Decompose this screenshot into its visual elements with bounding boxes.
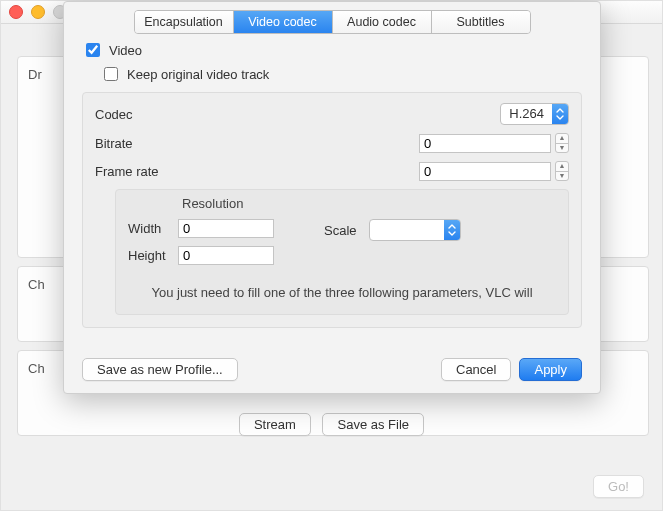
codec-settings-box: Codec H.264 Bitrate ▲ ▼ bbox=[82, 92, 582, 328]
tab-encapsulation[interactable]: Encapsulation bbox=[135, 11, 234, 33]
window-root: Convert & Stream Dr Ch Ch Stream Save as… bbox=[0, 0, 663, 511]
tabs: Encapsulation Video codec Audio codec Su… bbox=[134, 10, 531, 34]
video-checkbox-row[interactable]: Video bbox=[82, 40, 586, 60]
frame-rate-stepper[interactable]: ▲ ▼ bbox=[555, 161, 569, 181]
keep-original-checkbox[interactable] bbox=[104, 67, 118, 81]
video-checkbox[interactable] bbox=[86, 43, 100, 57]
traffic-lights bbox=[9, 5, 67, 19]
chevron-down-icon[interactable]: ▼ bbox=[556, 144, 568, 153]
height-input[interactable] bbox=[178, 246, 274, 265]
frame-rate-label: Frame rate bbox=[95, 164, 185, 179]
frame-rate-input[interactable] bbox=[419, 162, 551, 181]
scale-value bbox=[370, 220, 444, 240]
minimize-icon[interactable] bbox=[31, 5, 45, 19]
bitrate-stepper[interactable]: ▲ ▼ bbox=[555, 133, 569, 153]
bg-box-1-label: Dr bbox=[28, 67, 42, 82]
chevron-up-icon[interactable]: ▲ bbox=[556, 134, 568, 144]
chevron-updown-icon bbox=[444, 220, 460, 240]
bg-box-3-label: Ch bbox=[28, 361, 45, 376]
chevron-updown-icon bbox=[552, 104, 568, 124]
apply-button[interactable]: Apply bbox=[519, 358, 582, 381]
bitrate-row: Bitrate ▲ ▼ bbox=[95, 133, 569, 153]
bitrate-label: Bitrate bbox=[95, 136, 185, 151]
tab-video-codec[interactable]: Video codec bbox=[234, 11, 333, 33]
cancel-button[interactable]: Cancel bbox=[441, 358, 511, 381]
codec-label: Codec bbox=[95, 107, 185, 122]
bitrate-input[interactable] bbox=[419, 134, 551, 153]
resolution-hint: You just need to fill one of the three f… bbox=[128, 285, 556, 300]
width-row: Width bbox=[128, 219, 274, 238]
codec-row: Codec H.264 bbox=[95, 103, 569, 125]
resolution-title: Resolution bbox=[182, 196, 556, 211]
save-as-file-button[interactable]: Save as File bbox=[322, 413, 424, 436]
keep-original-label: Keep original video track bbox=[127, 67, 269, 82]
close-icon[interactable] bbox=[9, 5, 23, 19]
resolution-box: Resolution Width Height bbox=[115, 189, 569, 315]
stream-button[interactable]: Stream bbox=[239, 413, 311, 436]
tab-subtitles[interactable]: Subtitles bbox=[432, 11, 530, 33]
scale-row: Scale bbox=[324, 219, 461, 241]
sheet-footer: Save as new Profile... Cancel Apply bbox=[78, 358, 586, 381]
background-buttons: Stream Save as File bbox=[1, 413, 662, 436]
video-codec-panel: Video Keep original video track Codec H.… bbox=[78, 40, 586, 328]
scale-label: Scale bbox=[324, 223, 369, 238]
width-input[interactable] bbox=[178, 219, 274, 238]
go-button: Go! bbox=[593, 475, 644, 498]
frame-rate-row: Frame rate ▲ ▼ bbox=[95, 161, 569, 181]
chevron-up-icon[interactable]: ▲ bbox=[556, 162, 568, 172]
scale-select[interactable] bbox=[369, 219, 461, 241]
profile-sheet: Encapsulation Video codec Audio codec Su… bbox=[63, 1, 601, 394]
keep-original-checkbox-row[interactable]: Keep original video track bbox=[100, 64, 586, 84]
bg-box-2-label: Ch bbox=[28, 277, 45, 292]
save-profile-button[interactable]: Save as new Profile... bbox=[82, 358, 238, 381]
height-label: Height bbox=[128, 248, 178, 263]
tab-audio-codec[interactable]: Audio codec bbox=[333, 11, 432, 33]
codec-value: H.264 bbox=[501, 104, 552, 124]
video-checkbox-label: Video bbox=[109, 43, 142, 58]
width-label: Width bbox=[128, 221, 178, 236]
codec-select[interactable]: H.264 bbox=[500, 103, 569, 125]
height-row: Height bbox=[128, 246, 274, 265]
chevron-down-icon[interactable]: ▼ bbox=[556, 172, 568, 181]
